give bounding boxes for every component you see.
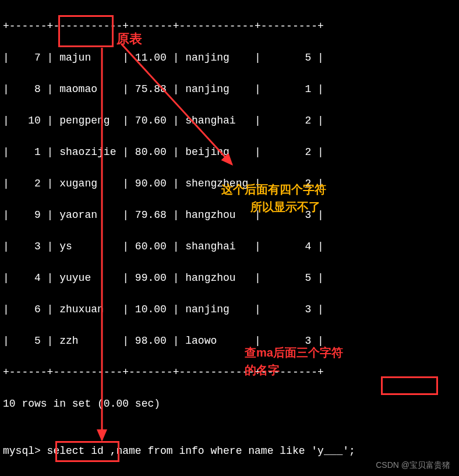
table-row: | 3 | ys | 60.00 | shanghai | 4 | <box>3 239 456 255</box>
table-row: | 4 | yuyue | 99.00 | hangzhou | 5 | <box>3 270 456 286</box>
table-divider: +------+-----------+-------+------------… <box>3 19 456 34</box>
table-row: | 5 | zzh | 98.00 | laowo | 3 | <box>3 333 456 349</box>
table-row: | 10 | pengpeng | 70.60 | shanghai | 2 | <box>3 113 456 129</box>
terminal-output: +------+-----------+-------+------------… <box>3 3 456 476</box>
table-divider: +------+-----------+-------+------------… <box>3 365 456 380</box>
sql-query: mysql> select id ,name from info where n… <box>3 443 456 459</box>
table-row: | 2 | xugang | 90.00 | shengzheng | 2 | <box>3 176 456 192</box>
table-row: | 9 | yaoran | 79.68 | hangzhou | 3 | <box>3 207 456 223</box>
result-text: 10 rows in set (0.00 sec) <box>3 396 456 412</box>
table-row: | 1 | shaozijie | 80.00 | beijing | 2 | <box>3 144 456 160</box>
table-row: | 7 | majun | 11.00 | nanjing | 5 | <box>3 50 456 66</box>
table-row: | 8 | maomao | 75.88 | nanjing | 1 | <box>3 82 456 97</box>
table-row: | 6 | zhuxuan | 10.00 | nanjing | 3 | <box>3 302 456 318</box>
